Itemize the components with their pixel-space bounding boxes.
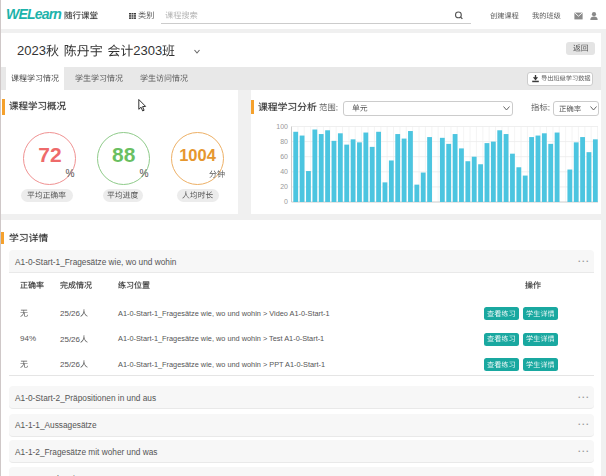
svg-text:0: 0 bbox=[284, 198, 288, 205]
svg-text:60: 60 bbox=[280, 153, 288, 160]
svg-text:100: 100 bbox=[276, 123, 288, 130]
svg-text:40: 40 bbox=[280, 168, 288, 175]
svg-text:80: 80 bbox=[280, 138, 288, 145]
svg-text:20: 20 bbox=[280, 183, 288, 190]
